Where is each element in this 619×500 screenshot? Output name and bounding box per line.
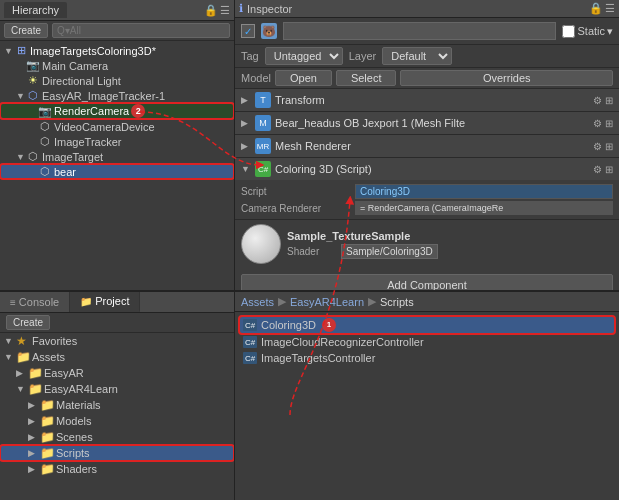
hierarchy-search-input[interactable] [52,23,230,38]
tree-item-label: EasyAR_ImageTracker-1 [42,90,165,102]
tree-item-easyar[interactable]: ▼ ⬡ EasyAR_ImageTracker-1 [0,88,234,103]
camera-renderer-prop-value[interactable]: = RenderCamera (CameraImageRe [355,201,613,215]
proj-item-label: Coloring3D [261,319,316,331]
material-block: Sample_TextureSample Shader Sample/Color… [235,220,619,268]
folder-label: EasyAR4Learn [44,383,118,395]
tag-label: Tag [241,50,259,62]
coloring3d-header[interactable]: ▼ C# Coloring 3D (Script) ⚙ ⊞ [235,158,619,180]
obj-name-field[interactable]: bear [283,22,556,40]
obj-icon: 🐻 [261,23,277,39]
proj-item-label: ImageTargetsController [261,352,375,364]
breadcrumb-easyar4learn[interactable]: EasyAR4Learn [290,296,364,308]
folder-shaders[interactable]: ▶ 📁 Shaders [0,461,234,477]
folder-easyar4learn[interactable]: ▼ 📁 EasyAR4Learn [0,381,234,397]
arrow-icon: ▶ [28,400,38,410]
inspector-lock-icon: 🔒 [589,2,603,15]
star-icon: ★ [16,334,30,348]
tree-item-label: Main Camera [42,60,108,72]
transform-header[interactable]: ▶ T Transform ⚙ ⊞ [235,89,619,111]
layer-label: Layer [349,50,377,62]
gameobj-icon: ⬡ [38,120,52,133]
gameobj-icon: ⬡ [26,89,40,102]
tree-item-videocam[interactable]: ⬡ VideoCameraDevice [0,119,234,134]
folder-assets[interactable]: ▼ 📁 Assets [0,349,234,365]
breadcrumb-current: Scripts [380,296,414,308]
obj-active-checkbox[interactable]: ✓ [241,24,255,38]
model-open-button[interactable]: Open [275,70,332,86]
folder-label: Shaders [56,463,97,475]
comp-settings-icon[interactable]: ⚙ ⊞ [593,95,613,106]
proj-item-imagecloud[interactable]: C# ImageCloudRecognizerController [239,334,615,350]
folder-tree: ▼ ★ Favorites ▼ 📁 Assets ▶ 📁 EasyAR [0,333,234,500]
gameobj-icon: ⬡ [38,165,52,178]
comp-settings-icon[interactable]: ⚙ ⊞ [593,118,613,129]
material-row: Sample_TextureSample Shader Sample/Color… [241,224,613,264]
comp-settings-icon[interactable]: ⚙ ⊞ [593,141,613,152]
hierarchy-create-button[interactable]: Create [4,23,48,38]
tree-item-root[interactable]: ▼ ⊞ ImageTargetsColoring3D* [0,43,234,58]
scene-icon: ⊞ [14,44,28,57]
mesh-renderer-header[interactable]: ▶ MR Mesh Renderer ⚙ ⊞ [235,135,619,157]
hierarchy-menu-icon: ☰ [220,4,230,17]
light-icon: ☀ [26,74,40,87]
mesh-renderer-component: ▶ MR Mesh Renderer ⚙ ⊞ [235,135,619,158]
model-overrides-button[interactable]: Overrides [400,70,613,86]
project-tab[interactable]: 📁 Project [70,292,140,312]
tree-item-maincam[interactable]: 📷 Main Camera [0,58,234,73]
layer-dropdown[interactable]: Default [382,47,452,65]
proj-item-coloring3d[interactable]: C# Coloring3D 1 [239,316,615,334]
folder-scripts[interactable]: ▶ 📁 Scripts [0,445,234,461]
folder-label: Materials [56,399,101,411]
arrow-icon: ▼ [16,91,26,101]
mesh-filter-component: ▶ M Bear_headus OB Jexport 1 (Mesh Filte… [235,112,619,135]
folder-favorites[interactable]: ▼ ★ Favorites [0,333,234,349]
script-file-icon: C# [243,336,257,348]
hierarchy-lock-icon: 🔒 [204,4,218,17]
transform-component: ▶ T Transform ⚙ ⊞ [235,89,619,112]
shader-value[interactable]: Sample/Coloring3D [341,244,438,259]
arrow-icon: ▼ [16,384,26,394]
static-checkbox[interactable] [562,25,575,38]
mesh-renderer-icon: MR [255,138,271,154]
comp-arrow-icon: ▼ [241,164,251,174]
breadcrumb-sep: ▶ [278,295,286,308]
project-create-button[interactable]: Create [6,315,50,330]
script-prop-label: Script [241,186,351,197]
tree-item-bear[interactable]: ⬡ bear [0,164,234,179]
model-select-button[interactable]: Select [336,70,397,86]
add-component-button[interactable]: Add Component [241,274,613,290]
transform-icon: T [255,92,271,108]
arrow-icon: ▼ [16,152,26,162]
tree-item-imagetarget[interactable]: ▼ ⬡ ImageTarget [0,149,234,164]
tree-item-imagetracker[interactable]: ⬡ ImageTracker [0,134,234,149]
tree-item-dirlight[interactable]: ☀ Directional Light [0,73,234,88]
folder-easyar[interactable]: ▶ 📁 EasyAR [0,365,234,381]
folder-label: Assets [32,351,65,363]
tree-item-label: ImageTarget [42,151,103,163]
folder-models[interactable]: ▶ 📁 Models [0,413,234,429]
folder-label: Models [56,415,91,427]
proj-item-imagetargets[interactable]: C# ImageTargetsController [239,350,615,366]
badge-2: 2 [131,104,145,118]
script-prop-value[interactable]: Coloring3D [355,184,613,199]
tree-item-rendercam[interactable]: 📷 RenderCamera 2 [0,103,234,119]
project-items-list: C# Coloring3D 1 C# ImageCloudRecognizerC… [235,312,619,500]
tree-item-label: bear [54,166,76,178]
static-dropdown-icon[interactable]: ▾ [607,25,613,38]
comp-settings-icon[interactable]: ⚙ ⊞ [593,164,613,175]
folder-materials[interactable]: ▶ 📁 Materials [0,397,234,413]
hierarchy-tab[interactable]: Hierarchy [4,2,67,18]
camera-icon: 📷 [38,105,52,118]
inspector-icon: ℹ [239,2,243,15]
breadcrumb-assets[interactable]: Assets [241,296,274,308]
static-checkbox-group[interactable]: Static ▾ [562,25,613,38]
script-file-icon: C# [243,352,257,364]
folder-scenes[interactable]: ▶ 📁 Scenes [0,429,234,445]
console-tab[interactable]: ≡ Console [0,292,70,312]
gameobj-icon: ⬡ [38,135,52,148]
folder-label: EasyAR [44,367,84,379]
tag-dropdown[interactable]: Untagged [265,47,343,65]
console-tab-label: Console [19,296,59,308]
folder-label: Scripts [56,447,90,459]
mesh-filter-header[interactable]: ▶ M Bear_headus OB Jexport 1 (Mesh Filte… [235,112,619,134]
